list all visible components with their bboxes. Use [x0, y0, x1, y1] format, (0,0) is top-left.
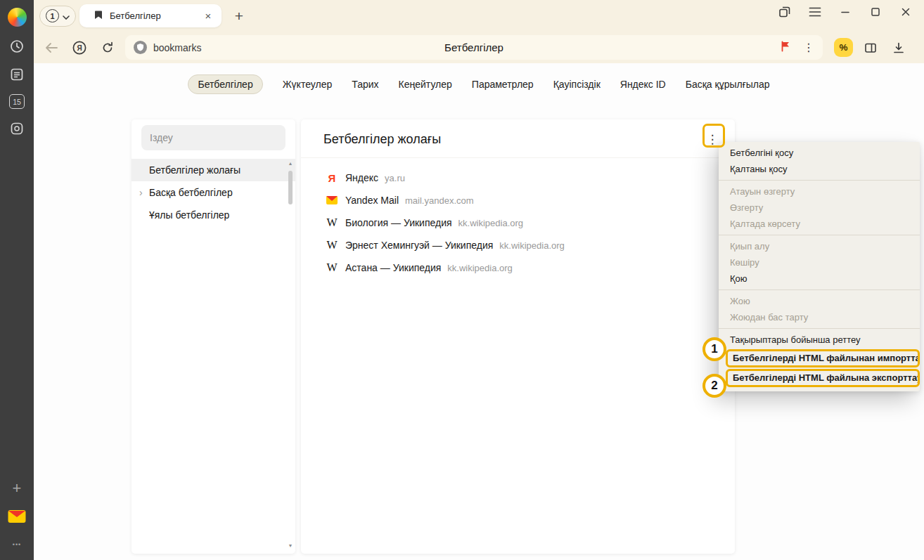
chevron-down-icon: [63, 10, 70, 22]
side-panel-icon[interactable]: [859, 36, 883, 60]
folder-item-other-bookmarks[interactable]: › Басқа бетбелгілер: [131, 181, 295, 204]
folder-label: Бетбелгілер жолағы: [149, 164, 240, 176]
menu-item-cut[interactable]: Қиып алу: [719, 238, 920, 254]
menu-item-export-html[interactable]: Бетбелгілерді HTML файлына экспорттау: [726, 369, 920, 387]
menu-item-show-in-folder[interactable]: Қалтада көрсету: [719, 216, 920, 232]
bookmark-name: Биология — Уикипедия: [345, 217, 452, 228]
browser-tab-bookmarks[interactable]: Бетбелгілер ×: [79, 4, 222, 27]
bookmark-row[interactable]: Yandex Mail mail.yandex.com: [325, 189, 735, 211]
sidebar-add-icon[interactable]: +: [8, 480, 26, 497]
bookmark-row[interactable]: W Биология — Уикипедия kk.wikipedia.org: [325, 211, 735, 234]
menu-group: Жою Жоюдан бас тарту: [719, 290, 920, 329]
main-menu-icon[interactable]: [808, 5, 822, 19]
menu-item-sort-by-title[interactable]: Тақырыптары бойынша реттеу: [719, 332, 920, 348]
browser-toolbar: Я bookmarks Бетбелгілер ⋮ %: [34, 32, 924, 63]
plus-percent-icon[interactable]: %: [834, 38, 853, 57]
tab-close-icon[interactable]: ×: [202, 10, 214, 22]
folder-item-bookmarks-bar[interactable]: Бетбелгілер жолағы: [131, 159, 295, 181]
tab-count-badge: 1: [46, 9, 59, 22]
menu-group: Атауын өзгерту Өзгерту Қалтада көрсету: [719, 181, 920, 235]
percent-label: %: [839, 42, 847, 53]
minimize-button[interactable]: [838, 5, 852, 19]
tab-counter[interactable]: 1: [39, 6, 76, 27]
maximize-button[interactable]: [868, 5, 883, 19]
tab-downloads[interactable]: Жүктеулер: [283, 75, 333, 93]
menu-group: Бетбелгіні қосу Қалтаны қосу: [719, 142, 920, 181]
app-sidebar: 15 + •••: [0, 0, 34, 560]
bookmark-row[interactable]: W Эрнест Хемингуэй — Уикипедия kk.wikipe…: [325, 234, 735, 256]
folder-label: Басқа бетбелгілер: [149, 187, 233, 198]
address-bar[interactable]: bookmarks Бетбелгілер ⋮: [125, 35, 823, 60]
menu-item-delete[interactable]: Жою: [719, 293, 920, 309]
mail-icon[interactable]: [8, 508, 26, 525]
bookmark-url: mail.yandex.com: [405, 195, 474, 206]
tab-bookmarks[interactable]: Бетбелгілер: [188, 74, 262, 94]
tab-favicon-bookmark-icon: [94, 10, 103, 22]
calendar-icon[interactable]: 15: [9, 94, 25, 109]
scrollbar[interactable]: ▲ ▼: [286, 160, 295, 549]
tab-extensions[interactable]: Кеңейтулер: [399, 75, 452, 93]
yandex-button-icon[interactable]: Я: [68, 36, 91, 60]
bookmark-flag-icon[interactable]: [781, 41, 790, 55]
bookmark-name: Yandex Mail: [345, 195, 399, 206]
menu-item-paste[interactable]: Қою: [719, 271, 920, 287]
search-input[interactable]: [141, 125, 285, 150]
tab-history[interactable]: Тарих: [352, 75, 378, 93]
bookmark-url: kk.wikipedia.org: [447, 263, 513, 273]
bookmark-row[interactable]: Я Яндекс ya.ru: [325, 167, 735, 189]
tab-other-devices[interactable]: Басқа құрылғылар: [686, 75, 770, 93]
tabs-overview-icon[interactable]: [778, 5, 792, 19]
back-icon[interactable]: [39, 36, 63, 60]
address-page-title: Бетбелгілер: [444, 41, 503, 53]
bookmark-name: Астана — Уикипедия: [345, 262, 441, 273]
download-icon[interactable]: [887, 36, 911, 60]
scroll-thumb[interactable]: [288, 171, 293, 204]
menu-item-add-bookmark[interactable]: Бетбелгіні қосу: [719, 145, 920, 161]
menu-item-copy[interactable]: Көшіру: [719, 254, 920, 271]
wikipedia-favicon: W: [325, 216, 339, 229]
scroll-down-icon[interactable]: ▼: [288, 542, 293, 549]
folder-item-mobile-bookmarks[interactable]: Ұялы бетбелгілер: [131, 204, 295, 226]
yandex-favicon: Я: [325, 172, 339, 184]
menu-item-edit[interactable]: Өзгерту: [719, 200, 920, 216]
settings-nav: Бетбелгілер Жүктеулер Тарих Кеңейтулер П…: [34, 74, 924, 94]
tab-security[interactable]: Қауіпсіздік: [553, 75, 601, 93]
history-icon[interactable]: [8, 38, 26, 55]
bookmarks-panel: Бетбелгілер жолағы ⋮ Я Яндекс ya.ru Yand…: [301, 119, 735, 554]
chevron-right-icon[interactable]: ›: [139, 188, 143, 197]
bookmark-list: Я Яндекс ya.ru Yandex Mail mail.yandex.c…: [301, 158, 735, 279]
menu-item-add-folder[interactable]: Қалтаны қосу: [719, 161, 920, 177]
browser-logo-icon[interactable]: [8, 8, 27, 27]
menu-item-rename[interactable]: Атауын өзгерту: [719, 183, 920, 200]
wikipedia-favicon: W: [325, 239, 339, 252]
protect-shield-icon[interactable]: [134, 41, 147, 54]
menu-item-undo-delete[interactable]: Жоюдан бас тарту: [719, 309, 920, 325]
tab-settings[interactable]: Параметрлер: [472, 75, 534, 93]
tab-bar: 1 Бетбелгілер × +: [34, 0, 924, 32]
address-more-icon[interactable]: ⋮: [803, 41, 814, 54]
screenshot-icon[interactable]: [8, 120, 26, 137]
menu-group: Тақырыптары бойынша реттеу Бетбелгілерді…: [719, 329, 920, 391]
menu-item-import-html[interactable]: Бетбелгілерді HTML файлынан импорттау: [726, 349, 920, 367]
bookmark-row[interactable]: W Астана — Уикипедия kk.wikipedia.org: [325, 256, 735, 279]
page-content: Бетбелгілер Жүктеулер Тарих Кеңейтулер П…: [34, 63, 924, 560]
tab-yandex-id[interactable]: Яндекс ID: [620, 75, 666, 93]
annotation-step-2: 2: [702, 374, 726, 398]
menu-group: Қиып алу Көшіру Қою: [719, 235, 920, 290]
url-text: bookmarks: [153, 42, 201, 53]
folder-label: Ұялы бетбелгілер: [149, 209, 229, 221]
annotation-step-1: 1: [702, 337, 726, 361]
close-button[interactable]: [899, 5, 913, 19]
bookmark-url: kk.wikipedia.org: [499, 240, 565, 251]
context-menu: Бетбелгіні қосу Қалтаны қосу Атауын өзге…: [719, 142, 920, 391]
bookmark-name: Эрнест Хемингуэй — Уикипедия: [345, 240, 493, 251]
window-controls: [778, 5, 913, 19]
sidebar-more-icon[interactable]: •••: [8, 536, 26, 553]
bookmark-url: ya.ru: [385, 173, 405, 183]
refresh-icon[interactable]: [96, 36, 120, 60]
tab-title: Бетбелгілер: [110, 11, 161, 21]
scroll-up-icon[interactable]: ▲: [288, 160, 293, 167]
new-tab-button[interactable]: +: [231, 8, 248, 25]
notes-icon[interactable]: [8, 66, 26, 83]
bookmark-name: Яндекс: [345, 172, 378, 183]
